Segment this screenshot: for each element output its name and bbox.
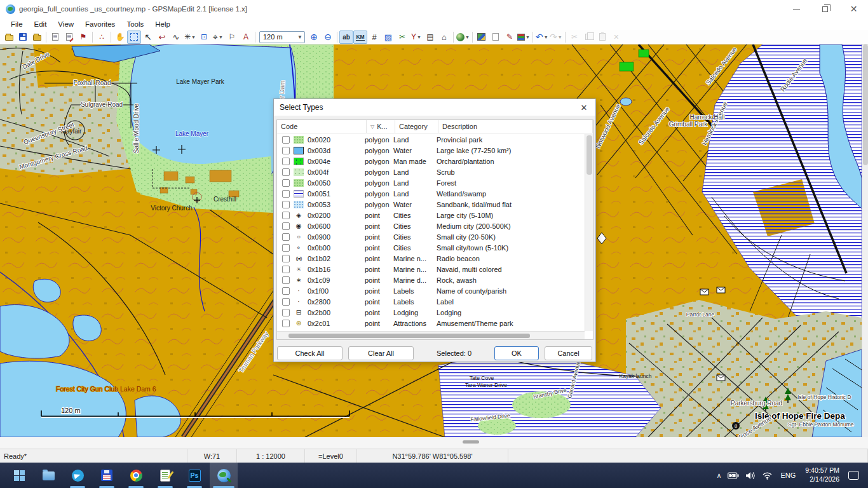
- row-checkbox[interactable]: [282, 320, 290, 327]
- column-header-description[interactable]: Description: [438, 120, 593, 133]
- table-row[interactable]: ·0x2800pointLabelsLabel: [277, 296, 585, 307]
- zoom-in-button[interactable]: ⊕: [307, 30, 321, 44]
- table-row[interactable]: ◈0x0200pointCitiesLarge city (5-10M): [277, 210, 585, 220]
- edit-objects-button[interactable]: ✎: [503, 30, 517, 44]
- tray-chevron-icon[interactable]: ∧: [713, 463, 724, 488]
- row-checkbox[interactable]: [282, 201, 290, 208]
- dropdown-arrow-icon[interactable]: ▼: [219, 35, 223, 39]
- table-row[interactable]: 0x0050polygonLandForest: [277, 177, 585, 188]
- dropdown-arrow-icon[interactable]: ▼: [465, 35, 470, 39]
- delete-button[interactable]: ×: [609, 30, 623, 44]
- zoom-out-button[interactable]: ⊖: [321, 30, 335, 44]
- row-checkbox[interactable]: [282, 276, 290, 284]
- taskbar-clock[interactable]: 9:40:57 PM 2/14/2026: [800, 466, 844, 484]
- table-row[interactable]: 0x0053polygonWaterSandbank, tidal/mud fl…: [277, 199, 585, 210]
- restore-button[interactable]: [811, 0, 839, 18]
- table-vscroll-thumb[interactable]: [587, 135, 592, 175]
- row-checkbox[interactable]: [282, 158, 290, 165]
- cut-button[interactable]: ✂: [567, 30, 581, 44]
- table-row[interactable]: ∘0x0b00pointCitiesSmall city/town (5-10K…: [277, 242, 585, 253]
- battery-icon[interactable]: [724, 463, 742, 488]
- waypoints-button[interactable]: ∴: [95, 30, 109, 44]
- table-row[interactable]: 0x0020polygonLandProvincial park: [277, 134, 585, 145]
- row-checkbox[interactable]: [282, 309, 290, 316]
- flag-button[interactable]: ⚑: [76, 30, 90, 44]
- language-indicator[interactable]: ENG: [776, 471, 800, 479]
- table-row[interactable]: 0x0051polygonLandWetland/swamp: [277, 188, 585, 199]
- speaker-icon[interactable]: [742, 463, 759, 488]
- row-checkbox[interactable]: [282, 212, 290, 219]
- menu-help[interactable]: Help: [149, 19, 176, 29]
- table-row[interactable]: ((●))0x1b02pointMarine n...Radio beacon: [277, 253, 585, 264]
- crop-tool-button[interactable]: ⊡: [197, 30, 211, 44]
- row-checkbox[interactable]: [282, 136, 290, 144]
- view-colored-map-button[interactable]: [475, 30, 489, 44]
- open-map-button[interactable]: [2, 30, 16, 44]
- menu-edit[interactable]: Edit: [29, 19, 53, 29]
- table-row[interactable]: 0x003dpolygonWaterLarge lake (77-250 km²…: [277, 145, 585, 156]
- menu-view[interactable]: View: [52, 19, 79, 29]
- taskbar-chrome[interactable]: [122, 463, 150, 488]
- address-button[interactable]: ▤: [423, 30, 437, 44]
- trackback-tool-button[interactable]: ↩: [155, 30, 169, 44]
- column-header-code[interactable]: Code: [277, 120, 367, 133]
- taskbar-telegram[interactable]: [64, 463, 92, 488]
- ok-button[interactable]: OK: [494, 346, 539, 360]
- column-header-category[interactable]: Category: [395, 120, 438, 133]
- hscroll-thumb[interactable]: [463, 440, 479, 444]
- dropdown-arrow-icon[interactable]: ▼: [191, 35, 196, 39]
- labels-toggle-button[interactable]: ab: [339, 30, 353, 44]
- taskbar-explorer[interactable]: [34, 463, 62, 488]
- combo-arrow-icon[interactable]: ▼: [295, 34, 304, 40]
- background-map-button[interactable]: ▼: [456, 30, 470, 44]
- map-vertical-scrollbar[interactable]: [862, 44, 868, 437]
- undo-button[interactable]: ↶▼: [535, 30, 549, 44]
- zoom-scale-combo[interactable]: 120 m▼: [259, 31, 305, 43]
- row-checkbox[interactable]: [282, 287, 290, 295]
- map-properties-button[interactable]: [48, 30, 62, 44]
- column-header-kind[interactable]: ▽K...: [367, 120, 395, 133]
- dropdown-arrow-icon[interactable]: ▼: [417, 35, 421, 39]
- row-checkbox[interactable]: [282, 179, 290, 187]
- menu-favorites[interactable]: Favorites: [79, 19, 121, 29]
- notification-center-icon[interactable]: [848, 471, 859, 480]
- layers-button[interactable]: ▼: [517, 30, 531, 44]
- table-row[interactable]: ⊟0x2b00pointLodgingLodging: [277, 307, 585, 318]
- select-tool-button[interactable]: [127, 30, 141, 44]
- row-checkbox[interactable]: [282, 168, 290, 176]
- table-row[interactable]: ·0x1f00pointLabelsName of county/parish: [277, 285, 585, 296]
- check-all-button[interactable]: Check All: [277, 346, 342, 360]
- table-row[interactable]: ○0x0900pointCitiesSmall city (20-50K): [277, 231, 585, 242]
- table-vertical-scrollbar[interactable]: [585, 134, 593, 331]
- pan-tool-button[interactable]: ✋: [113, 30, 127, 44]
- edit-header-button[interactable]: [62, 30, 76, 44]
- copy-button[interactable]: [581, 30, 595, 44]
- taskbar-photoshop[interactable]: Ps: [180, 463, 208, 488]
- redo-button[interactable]: ↷▼: [549, 30, 563, 44]
- wifi-icon[interactable]: [759, 463, 776, 488]
- row-checkbox[interactable]: [282, 190, 290, 198]
- dropdown-arrow-icon[interactable]: ▼: [544, 35, 548, 39]
- route-flag-button[interactable]: ⚐: [225, 30, 239, 44]
- hatch-toggle-button[interactable]: ▨: [381, 30, 395, 44]
- row-checkbox[interactable]: [282, 147, 290, 154]
- trim-nodes-button[interactable]: ✂: [395, 30, 409, 44]
- taskbar-floppy-app[interactable]: [93, 463, 121, 488]
- polyline-tool-button[interactable]: ∿: [169, 30, 183, 44]
- row-checkbox[interactable]: [282, 244, 290, 252]
- start-button[interactable]: [5, 463, 33, 488]
- taskbar-gpsmapedit[interactable]: [210, 463, 238, 488]
- menu-tools[interactable]: Tools: [121, 19, 149, 29]
- map-horizontal-scrollbar[interactable]: [0, 437, 868, 449]
- table-row[interactable]: 0x004fpolygonLandScrub: [277, 166, 585, 177]
- table-horizontal-scrollbar[interactable]: [277, 331, 585, 339]
- folder-button[interactable]: [30, 30, 44, 44]
- save-map-button[interactable]: [16, 30, 30, 44]
- row-checkbox[interactable]: [282, 255, 290, 262]
- cancel-button[interactable]: Cancel: [545, 346, 592, 360]
- dialog-title-bar[interactable]: Select Types ✕: [274, 99, 595, 116]
- junction-button[interactable]: Y▼: [409, 30, 423, 44]
- row-checkbox[interactable]: [282, 233, 290, 241]
- city-search-button[interactable]: ⌂: [437, 30, 451, 44]
- table-row[interactable]: ∗0x1c09pointMarine d...Rock, awash: [277, 274, 585, 285]
